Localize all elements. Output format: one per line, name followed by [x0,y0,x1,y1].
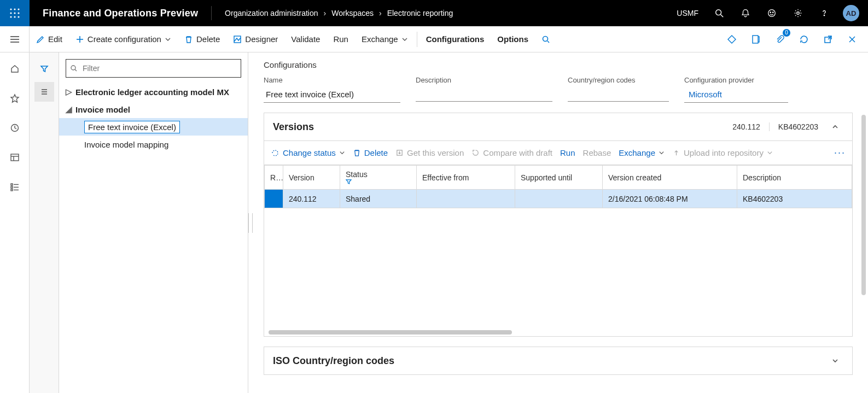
version-run-button[interactable]: Run [560,148,575,157]
tree-filter-toggle[interactable] [34,59,54,79]
search-button[interactable] [706,0,732,26]
chevron-down-icon [767,150,773,156]
field-label: Description [416,76,552,84]
trash-icon [184,35,193,44]
tree-node[interactable]: ▷ Electronic ledger accounting model MX [59,83,248,101]
field-value-link[interactable]: Microsoft [684,87,788,103]
notifications-button[interactable] [732,0,759,26]
run-button[interactable]: Run [327,26,355,52]
legal-entity[interactable]: USMF [669,9,706,17]
refresh-button[interactable] [795,30,813,49]
modules-button[interactable] [5,177,25,197]
recent-button[interactable] [5,118,25,138]
svg-rect-29 [11,154,19,161]
svg-point-5 [18,12,19,14]
svg-point-7 [14,16,15,17]
svg-line-10 [721,15,724,17]
col-created[interactable]: Version created [603,166,737,190]
refresh-dots-icon [271,149,279,157]
tree-side-rail [30,52,59,393]
actionbar-search-button[interactable] [535,26,557,52]
close-button[interactable] [843,30,861,49]
office-icon [751,34,761,44]
configurations-tab[interactable]: Configurations [420,26,491,52]
smiley-icon [767,8,777,18]
app-launcher-button[interactable] [0,0,30,26]
svg-point-41 [71,66,75,70]
validate-button[interactable]: Validate [284,26,327,52]
tree-node-label: Free text invoice (Excel) [84,121,180,133]
office-button[interactable] [747,30,765,49]
diamond-button[interactable] [723,30,741,49]
home-button[interactable] [5,59,25,79]
tree-filter-input[interactable] [66,59,241,78]
tree-node[interactable]: Invoice model mapping [59,136,248,153]
col-r[interactable]: R... [265,166,283,190]
chevron-down-icon [831,357,839,365]
gear-icon [793,8,803,18]
field-value[interactable]: Free text invoice (Excel) [264,87,400,103]
list-icon [40,87,49,96]
tree-node[interactable]: ◢ Invoice model [59,101,248,118]
versions-card-header[interactable]: Versions 240.112 KB4602203 [264,113,852,140]
user-avatar[interactable]: AD [843,5,859,21]
collapse-button[interactable] [827,123,843,131]
iso-card-header[interactable]: ISO Country/region codes [264,347,852,374]
tree-list-toggle[interactable] [34,82,54,102]
breadcrumb-item[interactable]: Organization administration [225,9,318,17]
svg-rect-32 [11,184,13,185]
field-value[interactable] [416,87,552,102]
designer-button[interactable]: Designer [226,26,284,52]
col-effective[interactable]: Effective from [417,166,515,190]
field-value[interactable] [568,87,669,102]
edit-button[interactable]: Edit [30,26,69,52]
col-version[interactable]: Version [283,166,340,190]
splitter-handle[interactable] [248,52,254,393]
settings-button[interactable] [785,0,811,26]
section-title: Configurations [264,60,853,69]
rebase-button: Rebase [583,148,611,157]
grid-row-selected[interactable]: 240.112 Shared 2/16/2021 06:08:48 PM KB4… [265,190,852,208]
chevron-down-icon [165,36,171,43]
nav-collapse-button[interactable] [0,26,30,52]
scrollbar-thumb[interactable] [269,330,512,335]
favorites-button[interactable] [5,89,25,108]
version-run-label: Run [560,148,575,157]
cell-supported [515,190,603,208]
delete-button[interactable]: Delete [178,26,226,52]
change-status-label: Change status [283,148,336,157]
col-description[interactable]: Description [737,166,852,190]
options-tab[interactable]: Options [491,26,535,52]
row-selector[interactable] [265,190,283,208]
exchange-button[interactable]: Exchange [355,26,415,52]
rebase-label: Rebase [583,148,611,157]
change-status-button[interactable]: Change status [271,148,345,157]
breadcrumb-item[interactable]: Workspaces [331,9,374,17]
expand-button[interactable] [827,357,843,365]
run-label: Run [333,34,348,44]
feedback-button[interactable] [759,0,785,26]
svg-point-13 [773,12,773,13]
field-label: Name [264,76,400,84]
col-supported[interactable]: Supported until [515,166,603,190]
funnel-icon [40,64,49,73]
toolbar-more-button[interactable]: ··· [834,147,846,159]
col-status[interactable]: Status [340,166,417,190]
attachments-button[interactable]: 0 [771,30,789,49]
popout-button[interactable] [819,30,837,49]
breadcrumb-item[interactable]: Electronic reporting [387,9,453,17]
version-delete-button[interactable]: Delete [353,148,388,157]
tree-node-selected[interactable]: Free text invoice (Excel) [59,118,248,136]
grid-horizontal-scrollbar[interactable] [264,329,852,336]
help-button[interactable] [811,0,837,26]
version-exchange-button[interactable]: Exchange [619,148,665,157]
svg-rect-34 [11,189,13,191]
detail-scrollbar-thumb[interactable] [861,115,866,295]
caret-down-icon: ◢ [66,104,72,114]
designer-icon [233,35,242,44]
create-configuration-button[interactable]: Create configuration [69,26,178,52]
workspaces-button[interactable] [5,148,25,167]
svg-point-3 [10,12,11,14]
field-provider: Configuration provider Microsoft [684,76,788,103]
field-label: Country/region codes [568,76,669,84]
